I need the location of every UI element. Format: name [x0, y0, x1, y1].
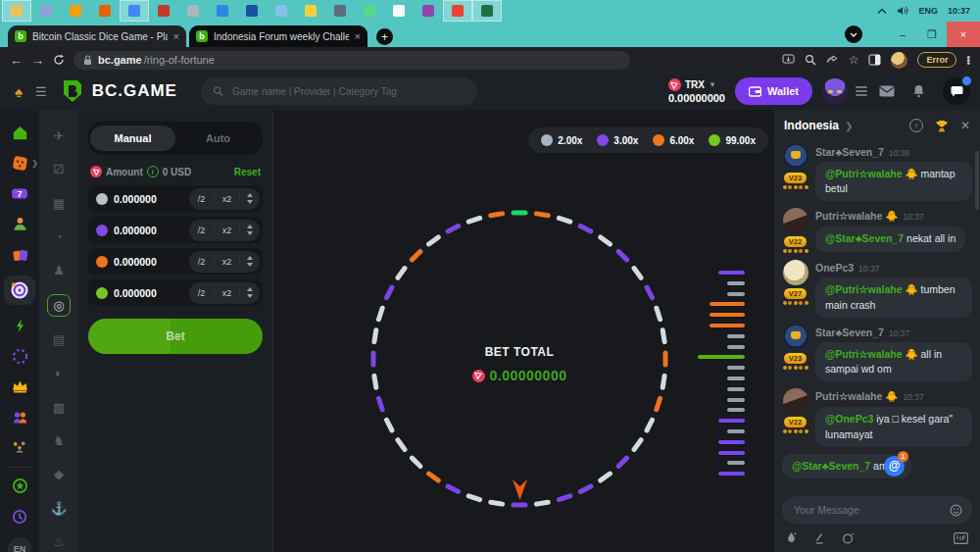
user-avatar[interactable] — [783, 260, 808, 285]
taskbar-app-folder[interactable] — [296, 0, 325, 22]
stepper-down-icon[interactable] — [247, 263, 253, 267]
taskbar-app-dictionary[interactable] — [149, 0, 178, 22]
half-button[interactable]: /2 — [189, 288, 214, 298]
sidebar-game-ring-of-fortune-active[interactable]: ◎ — [47, 294, 71, 317]
taskbar-app-idm[interactable] — [208, 0, 237, 22]
bet-amount-value[interactable]: 0.000000 — [114, 193, 157, 205]
back-icon[interactable]: ← — [10, 54, 23, 67]
share-icon[interactable] — [826, 54, 839, 66]
sidebar-game-plinko[interactable]: ◔ — [48, 226, 70, 247]
chat-toggle-button[interactable] — [943, 77, 970, 105]
bet-amount-value[interactable]: 0.000000 — [114, 256, 157, 268]
chevron-right-icon[interactable]: ❯ — [845, 121, 853, 131]
game-search[interactable] — [201, 77, 477, 105]
sidebar-game-cards[interactable]: ▤ — [48, 329, 70, 350]
stepper-up-icon[interactable] — [247, 287, 253, 291]
browser-menu-icon[interactable]: ••• — [966, 56, 970, 65]
tab-manual[interactable]: Manual — [90, 125, 175, 151]
taskbar-app-game-app[interactable] — [355, 0, 384, 22]
install-icon[interactable] — [782, 54, 795, 66]
sidebar-item-bonus[interactable] — [10, 317, 29, 335]
chat-username[interactable]: Putri☆walahe 🐥 — [815, 210, 898, 223]
chat-mention[interactable]: @Putri☆walahe 🐥 — [825, 168, 918, 179]
reload-icon[interactable] — [53, 54, 65, 66]
double-button[interactable]: x2 — [214, 257, 239, 267]
taskbar-app-flower-app[interactable] — [384, 0, 414, 22]
stepper-down-icon[interactable] — [247, 294, 253, 298]
mention-jump-button[interactable]: @1 — [884, 456, 905, 477]
wallet-button[interactable]: Wallet — [735, 77, 812, 105]
chat-bubble[interactable]: @Putri☆walahe 🐥 mantap betul — [815, 162, 972, 201]
chat-mention[interactable]: @Star♣Seven_7 — [825, 232, 904, 244]
chat-rules-icon[interactable]: ! — [909, 119, 923, 132]
coin-drop-icon[interactable] — [786, 531, 797, 544]
taskbar-app-photoshop[interactable] — [237, 0, 267, 22]
chat-username[interactable]: Star♣Seven_7 — [815, 326, 884, 338]
stepper-up-icon[interactable] — [247, 256, 253, 260]
chat-message-input[interactable] — [792, 503, 944, 517]
bet-amount-value[interactable]: 0.000000 — [114, 287, 157, 299]
stepper-down-icon[interactable] — [247, 200, 253, 204]
mini-logo-icon[interactable]: ♠ — [8, 80, 29, 102]
reset-button[interactable]: Reset — [234, 167, 261, 177]
taskbar-app-file-explorer[interactable] — [2, 0, 31, 22]
coin-flip-icon[interactable] — [842, 532, 855, 544]
taskbar-app-notes[interactable] — [178, 0, 208, 22]
amount-stepper[interactable] — [239, 287, 260, 298]
new-tab-button[interactable]: + — [376, 28, 393, 45]
sidebar-item-vip[interactable] — [10, 377, 29, 396]
close-chat-icon[interactable]: ✕ — [960, 119, 970, 132]
user-avatar[interactable] — [822, 78, 848, 104]
taskbar-app-pinguin-app[interactable] — [325, 0, 355, 22]
user-avatar[interactable] — [783, 208, 808, 233]
zoom-icon[interactable] — [805, 54, 816, 66]
chat-username[interactable]: Star♣Seven_7 — [815, 146, 884, 158]
half-button[interactable]: /2 — [189, 226, 214, 235]
sidebar-game-keno[interactable]: ▩ — [48, 397, 70, 418]
rules-slash-icon[interactable] — [813, 532, 825, 544]
sidebar-item-live-casino[interactable] — [10, 215, 29, 233]
close-tab-icon[interactable]: × — [173, 31, 179, 42]
url-bar[interactable]: bc.game /ring-of-fortune — [74, 51, 630, 70]
user-avatar[interactable] — [783, 388, 808, 414]
search-input[interactable] — [230, 85, 466, 98]
minimize-button[interactable]: – — [888, 22, 917, 47]
forward-icon[interactable]: → — [31, 54, 44, 67]
sidebar-game-limbo[interactable]: ◐ — [48, 363, 70, 383]
sidebar-item-recent[interactable] — [10, 507, 29, 526]
sidebar-item-promotions[interactable] — [10, 245, 29, 264]
bookmark-star-icon[interactable]: ☆ — [849, 54, 859, 66]
chat-room-name[interactable]: Indonesia — [784, 119, 839, 132]
chat-bubble[interactable]: @Putri☆walahe 🐥 tumben main crash — [815, 277, 972, 317]
half-button[interactable]: /2 — [189, 194, 214, 204]
bet-amount-value[interactable]: 0.000000 — [114, 225, 157, 236]
chat-messages[interactable]: Payout ×Profit 1.97x +5.59608040 01 Shar… — [774, 141, 980, 492]
balance-widget[interactable]: TRX ▼ 0.00000000 — [668, 78, 725, 104]
sidebar-item-home[interactable] — [10, 124, 29, 142]
sidebar-item-free-spin[interactable] — [10, 477, 29, 495]
trophy-icon[interactable] — [935, 120, 949, 132]
chat-mention[interactable]: @Putri☆walahe 🐥 — [825, 283, 918, 295]
bet-button[interactable]: Bet — [88, 319, 263, 354]
double-button[interactable]: x2 — [214, 226, 239, 235]
amount-stepper[interactable] — [239, 225, 260, 235]
sidebar-item-ring-of-fortune-active[interactable] — [4, 276, 35, 305]
browser-tab-2[interactable]: b Indonesia Forum weekly Challeng × — [189, 25, 368, 47]
sidebar-item-slots[interactable]: 7 — [10, 184, 29, 203]
gif-keyboard-icon[interactable] — [954, 532, 968, 544]
browser-profile-avatar[interactable] — [891, 52, 907, 69]
chat-username[interactable]: OnePc3 — [815, 262, 854, 274]
amount-stepper[interactable] — [239, 193, 260, 204]
info-icon[interactable]: i — [147, 166, 159, 177]
inbox-icon[interactable] — [879, 85, 895, 97]
bcgame-logo[interactable]: BC.GAME — [61, 78, 177, 104]
notifications-bell-icon[interactable] — [912, 84, 925, 98]
taskbar-app-kmplayer[interactable] — [414, 0, 443, 22]
sidebar-game-coinflip[interactable]: ⚓ — [48, 497, 70, 518]
half-button[interactable]: /2 — [189, 257, 214, 267]
user-avatar[interactable] — [783, 325, 808, 350]
sidebar-game-dice[interactable]: ⚂ — [48, 159, 70, 179]
taskbar-app-search-tool[interactable] — [267, 0, 296, 22]
stepper-up-icon[interactable] — [247, 225, 253, 228]
browser-tab-active[interactable]: b Bitcoin Classic Dice Game - Play | × — [8, 25, 186, 47]
